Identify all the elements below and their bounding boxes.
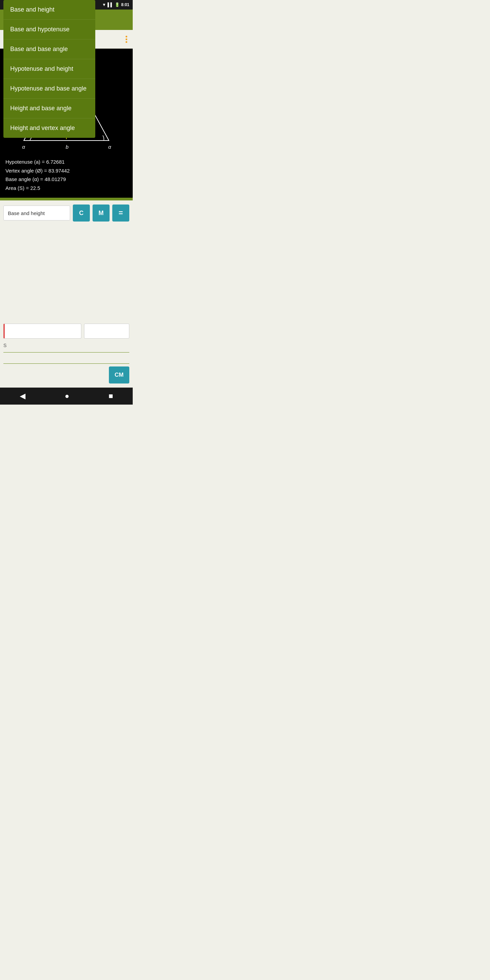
dropdown-item-label: Base and base angle: [10, 46, 68, 52]
dropdown-item-label: Hypotenuse and base angle: [10, 85, 86, 92]
separator-1: [3, 352, 129, 353]
clear-button[interactable]: C: [73, 205, 90, 221]
dropdown-item-label: Height and vertex angle: [10, 124, 75, 131]
battery-icon: 🔋: [115, 2, 120, 7]
dropdown-item-height-vertex-angle[interactable]: Height and vertex angle: [3, 118, 95, 138]
dropdown-item-label: Base and height: [10, 6, 54, 13]
memory-button[interactable]: M: [92, 205, 110, 221]
nav-bar: ◀ ● ■: [0, 388, 133, 404]
input-row-1: Base and height C M =: [3, 205, 129, 221]
dropdown-item-height-base-angle[interactable]: Height and base angle: [3, 99, 95, 118]
home-button[interactable]: ●: [65, 392, 69, 401]
more-dot-3: [126, 41, 127, 43]
dropdown-item-base-hypotenuse[interactable]: Base and hypotenuse: [3, 20, 95, 40]
more-menu-button[interactable]: [126, 36, 127, 43]
dropdown-selected-label: Base and height: [8, 210, 45, 216]
separator-2: [3, 363, 129, 364]
hypotenuse-value: Hypotenuse (a) = 6.72681: [5, 158, 127, 166]
time-display: 8:01: [121, 2, 129, 7]
value-input-2[interactable]: [84, 324, 129, 339]
dropdown-item-hypotenuse-base-angle[interactable]: Hypotenuse and base angle: [3, 79, 95, 99]
dropdown-item-hypotenuse-height[interactable]: Hypotenuse and height: [3, 59, 95, 79]
base-angle-value: Base angle (α) = 48.01279: [5, 175, 127, 184]
dropdown-item-base-height[interactable]: Base and height: [3, 0, 95, 20]
dropdown-item-base-base-angle[interactable]: Base and base angle: [3, 40, 95, 59]
diagram-bar: [0, 198, 133, 200]
value-input-1[interactable]: [3, 324, 81, 339]
solve-label: S: [3, 341, 6, 350]
dropdown-menu: Base and height Base and hypotenuse Base…: [3, 0, 95, 138]
diagram-info: Hypotenuse (a) = 6.72681 Vertex angle (Ø…: [0, 154, 133, 198]
cm-button[interactable]: CM: [109, 366, 129, 383]
back-button[interactable]: ◀: [20, 392, 25, 401]
solve-row: S: [3, 341, 129, 350]
svg-text:α: α: [22, 144, 25, 150]
svg-text:α: α: [108, 144, 111, 150]
input-row-2: [3, 324, 129, 339]
vertex-angle-value: Vertex angle (Ø) = 83.97442: [5, 166, 127, 175]
input-area: Base and height C M = Base and height Ba…: [0, 200, 133, 388]
dropdown-item-label: Height and base angle: [10, 105, 72, 111]
signal-icon: ▌▌: [108, 2, 113, 7]
recent-button[interactable]: ■: [108, 392, 113, 401]
more-dot-2: [126, 38, 127, 40]
status-icons-right: ▼ ▌▌ 🔋 8:01: [102, 2, 129, 7]
calculation-type-dropdown[interactable]: Base and height: [3, 205, 70, 221]
wifi-icon: ▼: [102, 2, 106, 7]
more-dot-1: [126, 36, 127, 37]
area-value: Area (S) = 22.5: [5, 184, 127, 192]
equals-button[interactable]: =: [112, 205, 129, 221]
svg-text:b: b: [66, 144, 68, 150]
dropdown-item-label: Hypotenuse and height: [10, 65, 73, 72]
dropdown-item-label: Base and hypotenuse: [10, 26, 69, 33]
cm-row: CM: [3, 365, 129, 385]
